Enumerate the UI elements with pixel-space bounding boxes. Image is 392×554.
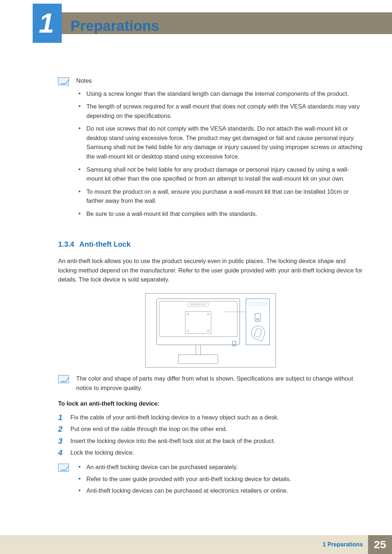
step-item: Fix the cable of your anti-theft locking… (58, 413, 363, 422)
section-heading: 1.3.4Anti-theft Lock (58, 239, 363, 250)
chapter-title: Preparations (70, 15, 159, 37)
anti-theft-diagram: SAMSUNG (145, 293, 276, 368)
note-item: Do not use screws that do not comply wit… (85, 124, 363, 161)
note-item: To mount the product on a wall, ensure y… (85, 187, 363, 206)
step-item: Put one end of the cable through the loo… (58, 424, 363, 434)
chapter-badge: 1 (33, 4, 62, 43)
zoom-detail (246, 299, 270, 345)
note-icon (58, 464, 69, 472)
note-item: The length of screws required for a wall… (85, 102, 363, 120)
note-item: Be sure to use a wall-mount kit that com… (85, 209, 363, 219)
note3-body: An anti-theft locking device can be purc… (76, 463, 363, 498)
footer-page-number: 25 (368, 535, 392, 554)
note-icon (58, 77, 69, 85)
stand-neck (196, 345, 201, 355)
page-content: Notes Using a screw longer than the stan… (58, 76, 363, 503)
header-left-strip (0, 12, 33, 34)
note-icon (58, 375, 69, 383)
diagram-wrap: SAMSUNG (58, 293, 363, 368)
section-intro-text: An anti-theft lock allows you to use the… (58, 257, 363, 284)
note-block-2: The color and shape of parts may differ … (58, 374, 363, 393)
footer: 1 Preparations 25 (0, 535, 392, 554)
instructions-steps: Fix the cable of your anti-theft locking… (58, 413, 363, 457)
callout-line (225, 312, 245, 312)
stand-base (178, 354, 218, 364)
chapter-number: 1 (32, 4, 61, 43)
notes-list: Using a screw longer than the standard l… (76, 89, 363, 219)
lock-icon (249, 324, 267, 342)
section-title: Anti-theft Lock (79, 240, 130, 248)
note-item: Samsung shall not be held liable for any… (85, 165, 363, 184)
note2-text: The color and shape of parts may differ … (76, 374, 363, 393)
notes-block: Notes Using a screw longer than the stan… (58, 76, 363, 222)
step-item: Lock the locking device. (58, 448, 363, 457)
note3-list: An anti-theft locking device can be purc… (76, 463, 363, 496)
note3-item: Refer to the user guide provided with yo… (85, 475, 363, 484)
notes-body: Notes Using a screw longer than the stan… (76, 76, 363, 222)
notes-title: Notes (76, 76, 363, 86)
instructions-title: To lock an anti-theft locking device: (58, 399, 363, 409)
lock-slot (232, 341, 236, 346)
vesa-plate (185, 311, 211, 334)
note3-item: Anti-theft locking devices can be purcha… (85, 486, 363, 496)
note-block-3: An anti-theft locking device can be purc… (58, 463, 363, 498)
section-number: 1.3.4 (58, 240, 74, 248)
monitor-brand-label: SAMSUNG (188, 303, 209, 307)
zoom-lock-slot (255, 313, 261, 321)
section-intro: An anti-theft lock allows you to use the… (58, 257, 363, 284)
step-item: Insert the locking device into the anti-… (58, 436, 363, 446)
note-item: Using a screw longer than the standard l… (85, 89, 363, 99)
note3-item: An anti-theft locking device can be purc… (85, 463, 363, 472)
footer-chapter-ref: 1 Preparations (0, 535, 368, 554)
monitor-back: SAMSUNG (156, 299, 240, 345)
